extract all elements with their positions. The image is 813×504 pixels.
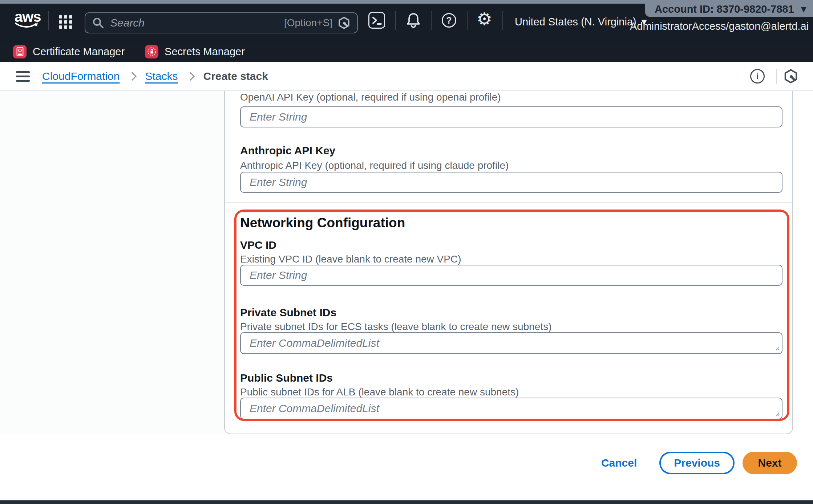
favorites-bar: Certificate Manager Secrets Manager xyxy=(0,41,813,62)
divider xyxy=(48,11,49,30)
cancel-button[interactable]: Cancel xyxy=(601,457,637,469)
breadcrumb-stacks-link[interactable]: Stacks xyxy=(145,70,178,82)
secrets-manager-icon xyxy=(145,45,158,58)
chevron-right-icon xyxy=(186,72,195,81)
wizard-steps-sidebar xyxy=(0,91,224,434)
favorite-label: Certificate Manager xyxy=(33,46,125,58)
divider xyxy=(467,11,468,30)
public-subnet-ids-label: Public Subnet IDs xyxy=(240,371,333,385)
certificate-manager-icon xyxy=(13,45,27,58)
page-content: OpenAI API Key (optional, required if us… xyxy=(0,91,813,500)
anthropic-api-key-input[interactable] xyxy=(240,172,782,193)
amazon-q-icon xyxy=(337,16,351,29)
openai-api-key-description: OpenAI API Key (optional, required if us… xyxy=(240,91,501,103)
help-icon[interactable]: ? xyxy=(442,13,456,28)
anthropic-api-key-label: Anthropic API Key xyxy=(240,144,335,157)
breadcrumb-cloudformation-link[interactable]: CloudFormation xyxy=(42,70,120,82)
aws-logo-text: aws xyxy=(15,9,41,25)
public-subnet-ids-input[interactable] xyxy=(240,398,782,419)
favorite-secrets-manager[interactable]: Secrets Manager xyxy=(145,45,245,58)
account-user-label[interactable]: AdministratorAccess/gaston@alertd.ai xyxy=(630,20,809,32)
vpc-id-label: VPC ID xyxy=(240,239,276,252)
favorite-certificate-manager[interactable]: Certificate Manager xyxy=(13,45,125,58)
next-button[interactable]: Next xyxy=(743,452,797,474)
divider xyxy=(776,69,777,84)
stack-parameters-panel: OpenAI API Key (optional, required if us… xyxy=(224,91,793,434)
openai-api-key-input[interactable] xyxy=(240,106,782,127)
divider xyxy=(431,11,432,30)
settings-gear-icon[interactable]: ⚙ xyxy=(477,10,492,28)
search-icon xyxy=(92,17,104,29)
private-subnet-ids-input[interactable] xyxy=(240,332,782,354)
apps-grid-icon[interactable] xyxy=(59,15,72,29)
info-glyph: i xyxy=(756,71,759,81)
search-input[interactable] xyxy=(109,16,279,29)
networking-configuration-heading: Networking Configuration xyxy=(240,215,405,231)
breadcrumb-bar: CloudFormation Stacks Create stack i xyxy=(0,62,813,91)
previous-button[interactable]: Previous xyxy=(659,452,735,474)
chevron-right-icon xyxy=(128,72,137,81)
account-id-text: Account ID: 8370-9820-7881 xyxy=(655,3,794,15)
region-selector[interactable]: United States (N. Virginia) ▼ xyxy=(515,0,647,41)
anthropic-api-key-description: Anthropic API Key (optional, required if… xyxy=(240,159,509,172)
section-divider xyxy=(225,202,792,203)
public-subnet-ids-description: Public subnet IDs for ALB (leave blank t… xyxy=(240,386,519,398)
divider xyxy=(395,11,396,30)
cloudshell-icon[interactable] xyxy=(368,12,385,29)
wizard-actions: Cancel Previous Next xyxy=(601,452,797,474)
hamburger-menu-icon[interactable] xyxy=(16,71,30,82)
divider xyxy=(502,11,503,30)
breadcrumb: CloudFormation Stacks Create stack xyxy=(42,62,268,90)
search-shortcut-hint: [Option+S] xyxy=(284,17,332,29)
amazon-q-panel-icon[interactable] xyxy=(783,69,798,84)
console-footer-strip xyxy=(0,500,813,504)
breadcrumb-current-page: Create stack xyxy=(203,70,268,82)
vpc-id-description: Existing VPC ID (leave blank to create n… xyxy=(240,253,461,265)
private-subnet-ids-description: Private subnet IDs for ECS tasks (leave … xyxy=(240,321,552,333)
info-icon[interactable]: i xyxy=(750,69,765,84)
region-label: United States (N. Virginia) xyxy=(515,16,636,28)
vpc-id-input[interactable] xyxy=(240,265,782,286)
search-bar[interactable]: [Option+S] xyxy=(85,12,358,33)
aws-logo[interactable]: aws xyxy=(15,9,41,28)
help-glyph: ? xyxy=(446,15,452,26)
aws-console-screen: aws [Option+S] xyxy=(0,0,813,504)
chevron-down-icon: ▼ xyxy=(801,5,806,13)
terminal-glyph xyxy=(371,14,383,27)
notifications-bell-icon[interactable] xyxy=(405,12,421,28)
account-id-banner[interactable]: Account ID: 8370-9820-7881 ▼ xyxy=(645,0,813,17)
favorite-label: Secrets Manager xyxy=(165,46,245,58)
private-subnet-ids-label: Private Subnet IDs xyxy=(240,306,336,319)
